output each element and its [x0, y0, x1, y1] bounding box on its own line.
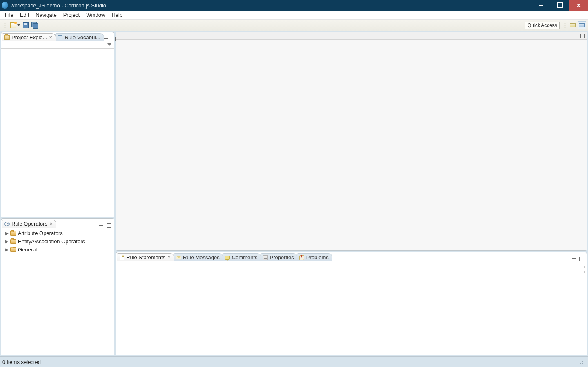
- right-column: Rule Statements ✕ Rule Messages Comments…: [116, 32, 587, 355]
- view-tab-row: Rule Statements ✕ Rule Messages Comments…: [116, 252, 587, 261]
- tab-label: Rule Statements: [126, 254, 165, 260]
- bottom-panel-view: Rule Statements ✕ Rule Messages Comments…: [116, 252, 587, 355]
- tab-label: Problems: [306, 254, 329, 260]
- editor-area-view: [116, 32, 587, 251]
- workbench: Project Explo... ✕ Rule Vocabul...: [0, 31, 588, 356]
- rule-operators-icon: [4, 221, 10, 227]
- tree-item-label: General: [18, 247, 37, 253]
- window-maximize-button[interactable]: [550, 0, 569, 11]
- resize-grip-icon[interactable]: [580, 359, 586, 365]
- rule-operators-tree: ▶ Attribute Operators ▶ Entity/Associati…: [1, 228, 114, 254]
- project-explorer-icon: [4, 35, 10, 40]
- tree-item-attribute-operators[interactable]: ▶ Attribute Operators: [1, 229, 114, 237]
- view-maximize-button[interactable]: [579, 256, 584, 261]
- comments-icon: [225, 255, 230, 260]
- view-minimize-button[interactable]: [98, 223, 104, 228]
- view-menu-icon[interactable]: [107, 43, 111, 46]
- menu-file[interactable]: File: [2, 11, 17, 19]
- tab-close-icon[interactable]: ✕: [167, 255, 171, 260]
- tab-comments[interactable]: Comments: [223, 253, 261, 261]
- window-title: workspace_JS demo - Corticon.js Studio: [11, 2, 532, 9]
- editor-controls: [116, 32, 587, 40]
- folder-icon: [10, 231, 16, 236]
- window-close-button[interactable]: [569, 0, 588, 11]
- view-local-toolbar: [1, 41, 114, 48]
- main-toolbar: ⋮ Quick Access ⋮: [0, 20, 588, 31]
- tab-close-icon[interactable]: ✕: [49, 35, 52, 40]
- perspective-icon: [570, 23, 576, 27]
- tab-project-explorer[interactable]: Project Explo... ✕: [2, 33, 56, 41]
- rule-messages-icon: [176, 255, 181, 260]
- project-explorer-view: Project Explo... ✕ Rule Vocabul...: [1, 32, 114, 217]
- menu-project[interactable]: Project: [60, 11, 83, 19]
- toolbar-separator: ⋮: [2, 22, 8, 28]
- view-minimize-button[interactable]: [103, 36, 109, 41]
- app-icon: [2, 2, 8, 9]
- tree-item-general[interactable]: ▶ General: [1, 245, 114, 254]
- quick-access-field[interactable]: Quick Access: [525, 22, 560, 29]
- properties-icon: [263, 255, 268, 260]
- tab-close-icon[interactable]: ✕: [49, 222, 53, 226]
- expand-icon[interactable]: ▶: [4, 247, 9, 252]
- open-perspective-button[interactable]: [569, 21, 577, 29]
- status-text: 0 items selected: [2, 359, 41, 365]
- rule-statements-body[interactable]: [116, 261, 587, 355]
- expand-icon[interactable]: ▶: [4, 231, 9, 236]
- rule-operators-view: Rule Operators ✕ ▶ Attribute Operators: [1, 218, 114, 355]
- rule-operators-body: ▶ Attribute Operators ▶ Entity/Associati…: [1, 228, 114, 355]
- folder-icon: [10, 239, 16, 244]
- view-minimize-button[interactable]: [572, 34, 578, 38]
- toolbar-separator: ⋮: [562, 22, 568, 28]
- tab-rule-messages[interactable]: Rule Messages: [174, 253, 223, 261]
- save-button[interactable]: [22, 22, 29, 29]
- view-minimize-button[interactable]: [571, 256, 577, 261]
- menu-edit[interactable]: Edit: [17, 11, 32, 19]
- new-icon: [10, 22, 16, 28]
- status-bar: 0 items selected: [0, 356, 588, 367]
- tab-label: Properties: [270, 254, 294, 260]
- menu-bar: File Edit Navigate Project Window Help: [0, 11, 588, 20]
- expand-icon[interactable]: ▶: [4, 239, 9, 244]
- perspective-icon: [579, 23, 585, 27]
- tree-item-label: Attribute Operators: [18, 230, 63, 236]
- tab-rule-vocabulary[interactable]: Rule Vocabul...: [55, 33, 104, 41]
- window-minimize-button[interactable]: [532, 0, 550, 11]
- tab-label: Rule Operators: [11, 221, 47, 227]
- menu-window[interactable]: Window: [83, 11, 108, 19]
- tab-label: Project Explo...: [11, 34, 47, 40]
- tab-label: Comments: [232, 254, 258, 260]
- menu-navigate[interactable]: Navigate: [32, 11, 60, 19]
- save-all-button[interactable]: [31, 22, 38, 29]
- tab-label: Rule Vocabul...: [65, 34, 100, 40]
- folder-icon: [10, 247, 16, 252]
- save-all-icon: [31, 22, 38, 29]
- editor-area[interactable]: [116, 40, 587, 250]
- tab-label: Rule Messages: [183, 254, 220, 260]
- tab-rule-operators[interactable]: Rule Operators ✕: [2, 220, 56, 228]
- new-dropdown-icon[interactable]: [17, 24, 20, 26]
- new-button[interactable]: [9, 22, 17, 29]
- rule-vocabulary-icon: [57, 35, 63, 40]
- rule-statements-icon: [119, 255, 125, 260]
- tab-rule-statements[interactable]: Rule Statements ✕: [117, 253, 174, 261]
- drag-handle-icon[interactable]: [584, 264, 585, 276]
- tree-item-label: Entity/Association Operators: [18, 238, 85, 245]
- menu-help[interactable]: Help: [108, 11, 126, 19]
- view-tab-row: Project Explo... ✕ Rule Vocabul...: [1, 32, 114, 41]
- left-column: Project Explo... ✕ Rule Vocabul...: [1, 32, 114, 355]
- title-bar: workspace_JS demo - Corticon.js Studio: [0, 0, 588, 11]
- view-maximize-button[interactable]: [579, 34, 585, 38]
- project-explorer-body[interactable]: [1, 48, 114, 217]
- tree-item-entity-association-operators[interactable]: ▶ Entity/Association Operators: [1, 237, 114, 245]
- tab-problems[interactable]: Problems: [297, 253, 332, 261]
- view-maximize-button[interactable]: [106, 223, 111, 228]
- current-perspective-button[interactable]: [578, 21, 586, 29]
- save-icon: [23, 22, 29, 28]
- tab-properties[interactable]: Properties: [261, 253, 298, 261]
- problems-icon: [299, 255, 305, 260]
- view-tab-row: Rule Operators ✕: [1, 219, 114, 228]
